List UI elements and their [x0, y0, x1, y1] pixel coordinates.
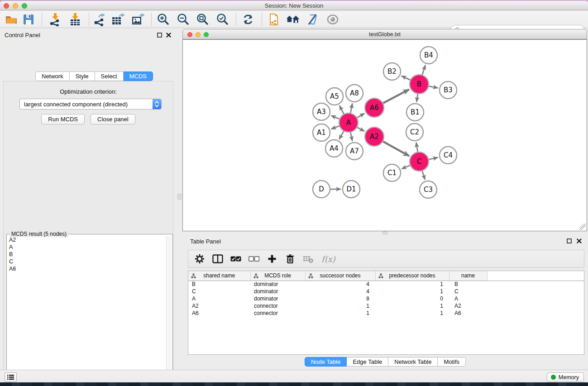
export-network-icon[interactable]: [92, 13, 106, 26]
node-A4[interactable]: A4: [325, 140, 343, 157]
import-table-icon[interactable]: [68, 13, 82, 26]
node-B2[interactable]: B2: [383, 63, 401, 80]
zoom-out-icon[interactable]: [177, 13, 190, 26]
select-all-icon[interactable]: [230, 253, 242, 265]
column-header-successor-nodes[interactable]: successor nodes: [305, 271, 375, 281]
table-close-icon[interactable]: [576, 238, 582, 243]
node-B[interactable]: B: [410, 75, 429, 94]
svg-text:A7: A7: [350, 147, 359, 155]
table-row[interactable]: Adominator80A: [188, 295, 584, 302]
node-A[interactable]: A: [339, 113, 358, 132]
table-float-icon[interactable]: [566, 238, 572, 243]
float-panel-icon[interactable]: [157, 32, 162, 38]
delete-table-icon[interactable]: [302, 253, 314, 265]
node-A7[interactable]: A7: [346, 143, 363, 160]
add-column-icon[interactable]: [266, 253, 278, 265]
table-panel-title: Table Panel: [190, 238, 221, 245]
node-D[interactable]: D: [313, 181, 330, 198]
table-tab-node-table[interactable]: Node Table: [305, 357, 347, 367]
result-item[interactable]: A2: [7, 236, 166, 243]
table-row[interactable]: A6connector11A6: [188, 310, 584, 317]
vertical-splitter-handle[interactable]: [177, 194, 182, 200]
home-icon[interactable]: [286, 13, 300, 26]
optimization-criterion-dropdown[interactable]: largest connected component (directed): [19, 99, 162, 110]
node-A1[interactable]: A1: [313, 124, 330, 141]
tab-network[interactable]: Network: [35, 71, 70, 81]
eye-icon[interactable]: [326, 13, 339, 26]
export-image-icon[interactable]: [131, 13, 145, 26]
result-item[interactable]: A6: [7, 265, 166, 272]
table-row[interactable]: Cdominator41C: [188, 288, 584, 295]
clone-network-icon[interactable]: [267, 13, 281, 26]
horizontal-splitter-handle[interactable]: [382, 231, 387, 234]
table-row[interactable]: A2connector11A2: [188, 302, 584, 310]
optimization-criterion-label: Optimization criterion:: [0, 88, 177, 95]
control-panel: Control Panel NetworkStyleSelectMCDS Opt…: [0, 28, 177, 370]
column-header-name[interactable]: name: [449, 271, 487, 281]
refresh-network-icon[interactable]: [241, 13, 255, 26]
column-header-mcds-role[interactable]: MCDS role: [250, 271, 305, 281]
zoom-in-icon[interactable]: [157, 13, 170, 26]
task-history-button[interactable]: [5, 372, 17, 382]
result-item[interactable]: C: [7, 258, 166, 265]
memory-button[interactable]: Memory: [547, 372, 584, 382]
network-graph[interactable]: B4B2BB3B1C2A5A8A3A6AA1A2A4A7CC4C1C3DD1: [183, 40, 587, 231]
tab-style[interactable]: Style: [70, 71, 95, 81]
split-columns-icon[interactable]: [212, 253, 224, 265]
export-table-icon[interactable]: [111, 13, 125, 26]
zoom-selected-icon[interactable]: [216, 13, 229, 26]
table-row[interactable]: Bdominator41B: [188, 281, 584, 288]
toolbar-separator: [236, 13, 236, 26]
node-C1[interactable]: C1: [383, 164, 401, 181]
node-C2[interactable]: C2: [406, 124, 423, 141]
import-network-icon[interactable]: [48, 13, 62, 26]
svg-text:B3: B3: [444, 86, 453, 94]
node-A8[interactable]: A8: [346, 85, 363, 102]
run-mcds-button[interactable]: Run MCDS: [41, 114, 85, 124]
svg-text:A: A: [346, 119, 351, 127]
result-scrollbar[interactable]: [166, 236, 172, 386]
node-B1[interactable]: B1: [406, 104, 424, 121]
delete-column-icon[interactable]: [284, 253, 296, 265]
close-panel-icon[interactable]: [166, 32, 171, 38]
result-item[interactable]: A: [7, 243, 166, 251]
zoom-fit-icon[interactable]: [196, 13, 210, 26]
toolbar-separator: [151, 13, 152, 26]
node-table[interactable]: shared nameMCDS rolesuccessor nodesprede…: [188, 271, 584, 355]
node-B4[interactable]: B4: [420, 47, 437, 64]
node-C4[interactable]: C4: [440, 147, 457, 164]
column-header-shared-name[interactable]: shared name: [188, 271, 250, 281]
hide-labels-icon[interactable]: [306, 13, 319, 26]
result-item[interactable]: B: [7, 251, 166, 258]
main-titlebar[interactable]: Session: New Session: [0, 1, 588, 10]
control-panel-title: Control Panel: [5, 32, 40, 38]
application-window: Session: New Session: [0, 0, 588, 386]
table-options-gear-icon[interactable]: [194, 253, 206, 265]
node-A3[interactable]: A3: [313, 103, 330, 120]
network-window-titlebar[interactable]: testGlobe.txt: [182, 29, 587, 39]
deselect-all-icon[interactable]: [248, 253, 260, 265]
tab-mcds[interactable]: MCDS: [124, 71, 153, 81]
open-folder-icon[interactable]: [5, 13, 18, 26]
node-C3[interactable]: C3: [420, 181, 437, 198]
svg-text:D: D: [319, 185, 324, 193]
column-header-predecessor-nodes[interactable]: predecessor nodes: [375, 271, 449, 281]
table-tab-edge-table[interactable]: Edge Table: [347, 357, 388, 367]
node-D1[interactable]: D1: [343, 181, 360, 198]
network-canvas[interactable]: B4B2BB3B1C2A5A8A3A6AA1A2A4A7CC4C1C3DD1: [182, 39, 587, 231]
tab-select[interactable]: Select: [95, 71, 124, 81]
table-tab-motifs[interactable]: Motifs: [438, 357, 466, 367]
mcds-result-list[interactable]: A2ABCA6: [7, 236, 166, 386]
toolbar-separator: [89, 13, 89, 26]
node-B3[interactable]: B3: [440, 81, 457, 99]
resize-grip-icon[interactable]: [579, 224, 586, 230]
node-A5[interactable]: A5: [326, 88, 343, 105]
memory-label: Memory: [559, 374, 579, 381]
node-C[interactable]: C: [410, 152, 429, 171]
close-panel-button[interactable]: Close panel: [91, 114, 135, 124]
fx-function-builder[interactable]: f(x): [321, 254, 335, 264]
node-A6[interactable]: A6: [365, 98, 384, 117]
table-tab-network-table[interactable]: Network Table: [388, 357, 438, 367]
node-A2[interactable]: A2: [365, 127, 384, 146]
save-icon[interactable]: [22, 13, 35, 26]
